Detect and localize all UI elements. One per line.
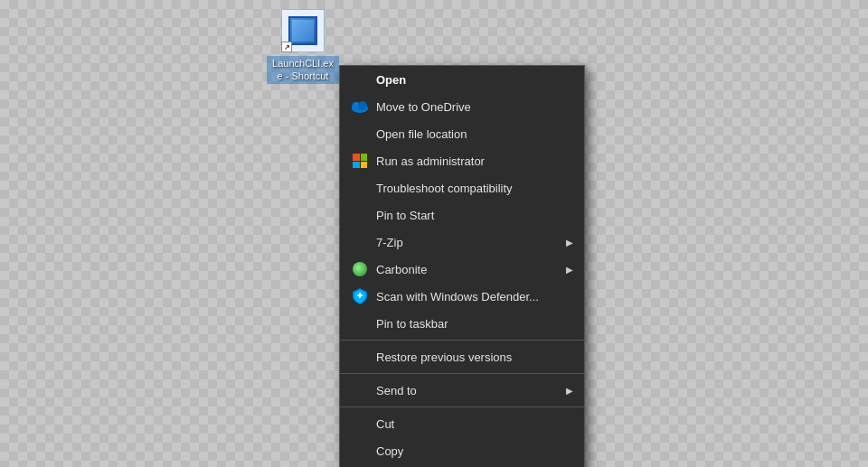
- 7zip-label: 7-Zip: [376, 236, 566, 249]
- menu-item-restore-versions[interactable]: Restore previous versions: [340, 343, 584, 370]
- desktop-icon[interactable]: ↗ LaunchCLI.ex e - Shortcut: [267, 9, 339, 84]
- menu-item-move-to-onedrive[interactable]: Move to OneDrive: [340, 93, 584, 120]
- pin-taskbar-label: Pin to taskbar: [376, 317, 573, 331]
- run-as-admin-icon: [351, 152, 369, 170]
- menu-item-cut[interactable]: Cut: [340, 410, 584, 437]
- open-label: Open: [376, 73, 573, 87]
- copy-label: Copy: [376, 444, 573, 458]
- menu-item-run-as-admin[interactable]: Run as administrator: [340, 147, 584, 174]
- move-to-onedrive-icon: [351, 98, 369, 116]
- cut-label: Cut: [376, 417, 573, 431]
- open-icon: [351, 70, 369, 89]
- icon-label: LaunchCLI.ex e - Shortcut: [267, 56, 339, 84]
- pin-to-start-label: Pin to Start: [376, 209, 573, 222]
- context-menu: Open Move to OneDriveOpen file locationR…: [339, 65, 585, 467]
- scan-defender-label: Scan with Windows Defender...: [376, 290, 573, 304]
- menu-item-copy[interactable]: Copy: [340, 437, 584, 464]
- menu-item-scan-defender[interactable]: Scan with Windows Defender...: [340, 283, 584, 310]
- pin-to-start-icon: [351, 206, 369, 224]
- menu-item-carbonite[interactable]: Carbonite▶: [340, 256, 584, 283]
- send-to-label: Send to: [376, 384, 566, 397]
- restore-versions-label: Restore previous versions: [376, 350, 573, 364]
- separator-after-pin-taskbar: [340, 340, 584, 341]
- menu-item-open[interactable]: Open: [340, 66, 584, 93]
- copy-icon: [351, 442, 369, 460]
- troubleshoot-compat-label: Troubleshoot compatibility: [376, 182, 573, 195]
- restore-versions-icon: [351, 348, 369, 366]
- menu-item-pin-taskbar[interactable]: Pin to taskbar: [340, 310, 584, 337]
- carbonite-icon: [351, 260, 369, 278]
- cut-icon: [351, 415, 369, 433]
- pin-taskbar-icon: [351, 314, 369, 332]
- menu-item-troubleshoot-compat[interactable]: Troubleshoot compatibility: [340, 174, 584, 201]
- shortcut-arrow: ↗: [281, 42, 292, 52]
- separator-after-restore-versions: [340, 373, 584, 374]
- send-to-chevron-icon: ▶: [566, 386, 573, 396]
- menu-item-pin-to-start[interactable]: Pin to Start: [340, 201, 584, 229]
- file-icon: ↗: [281, 9, 325, 52]
- separator-after-send-to: [340, 406, 584, 407]
- svg-point-2: [358, 101, 367, 110]
- svg-rect-4: [359, 293, 361, 298]
- carbonite-chevron-icon: ▶: [566, 265, 573, 275]
- 7zip-icon: [351, 233, 369, 251]
- menu-item-7zip[interactable]: 7-Zip▶: [340, 229, 584, 256]
- open-file-location-icon: [351, 125, 369, 143]
- run-as-admin-label: Run as administrator: [376, 154, 573, 168]
- menu-item-send-to[interactable]: Send to▶: [340, 377, 584, 404]
- 7zip-chevron-icon: ▶: [566, 238, 573, 248]
- carbonite-label: Carbonite: [376, 263, 566, 276]
- scan-defender-icon: [351, 287, 369, 305]
- send-to-icon: [351, 381, 369, 399]
- move-to-onedrive-label: Move to OneDrive: [376, 100, 573, 114]
- menu-item-open-file-location[interactable]: Open file location: [340, 120, 584, 147]
- open-file-location-label: Open file location: [376, 127, 573, 141]
- troubleshoot-compat-icon: [351, 179, 369, 197]
